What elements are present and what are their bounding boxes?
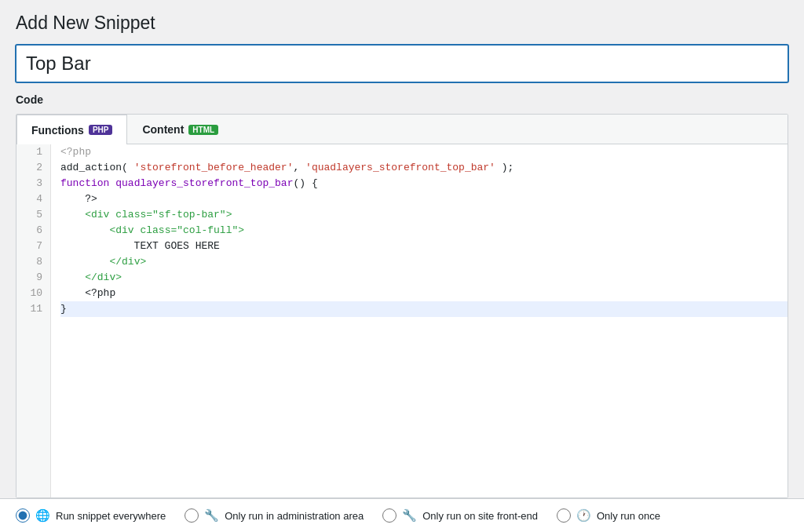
bottom-bar: 🌐 Run snippet everywhere 🔧 Only run in a… xyxy=(0,498,804,532)
code-section: Functions PHP Content HTML 1 2 3 4 5 6 7… xyxy=(16,114,788,498)
code-label: Code xyxy=(16,93,788,106)
code-editor[interactable]: 1 2 3 4 5 6 7 8 9 10 11 <?php add_action… xyxy=(16,144,788,497)
code-line: function quadlayers_storefront_top_bar()… xyxy=(60,176,788,191)
clock-icon: 🕐 xyxy=(576,508,591,523)
code-lines: <?php add_action( 'storefront_before_hea… xyxy=(51,144,788,497)
radio-admin-input[interactable] xyxy=(185,508,199,523)
radio-run-everywhere[interactable]: 🌐 Run snippet everywhere xyxy=(16,508,166,523)
tab-content[interactable]: Content HTML xyxy=(127,115,233,144)
tabs-bar: Functions PHP Content HTML xyxy=(16,115,788,144)
tool-icon: 🔧 xyxy=(402,508,417,523)
radio-everywhere-input[interactable] xyxy=(16,508,30,523)
radio-everywhere-label: Run snippet everywhere xyxy=(56,510,166,522)
tab-content-badge: HTML xyxy=(188,125,218,135)
radio-run-frontend[interactable]: 🔧 Only run on site front-end xyxy=(382,508,538,523)
code-line: add_action( 'storefront_before_header', … xyxy=(60,160,788,176)
tab-functions-badge: PHP xyxy=(89,125,113,135)
tab-functions[interactable]: Functions PHP xyxy=(16,115,127,144)
radio-run-once[interactable]: 🕐 Only run once xyxy=(557,508,660,523)
radio-run-admin[interactable]: 🔧 Only run in administration area xyxy=(185,508,364,523)
code-line: </div> xyxy=(60,254,788,270)
code-line: <div class="col-full"> xyxy=(60,223,788,239)
globe-icon: 🌐 xyxy=(35,508,50,523)
radio-once-input[interactable] xyxy=(557,508,571,523)
radio-once-label: Only run once xyxy=(597,510,660,522)
radio-frontend-input[interactable] xyxy=(382,508,397,523)
snippet-name-input[interactable] xyxy=(16,45,788,82)
code-line: } xyxy=(60,301,788,317)
page-title: Add New Snippet xyxy=(16,13,788,34)
code-line: TEXT GOES HERE xyxy=(60,239,788,254)
code-line: ?> xyxy=(60,191,788,207)
wrench-icon: 🔧 xyxy=(204,508,219,523)
tab-content-label: Content xyxy=(142,123,184,136)
code-line: </div> xyxy=(60,270,788,286)
tab-functions-label: Functions xyxy=(31,124,84,137)
code-line: <?php xyxy=(60,286,788,301)
radio-frontend-label: Only run on site front-end xyxy=(422,510,538,522)
radio-admin-label: Only run in administration area xyxy=(225,510,364,522)
line-numbers: 1 2 3 4 5 6 7 8 9 10 11 xyxy=(16,144,51,497)
code-line: <div class="sf-top-bar"> xyxy=(60,207,788,223)
code-line: <?php xyxy=(60,144,788,160)
page-wrapper: Add New Snippet Code Functions PHP Conte… xyxy=(0,0,804,498)
